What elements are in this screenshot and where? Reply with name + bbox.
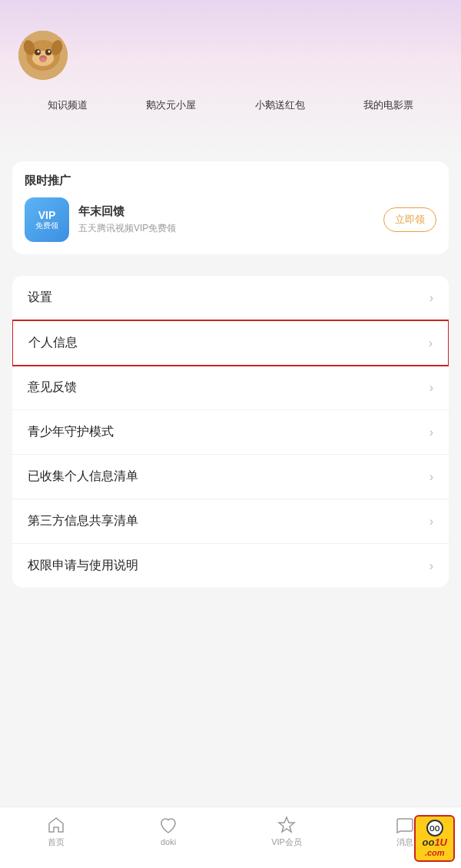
vip-badge-text: VIP bbox=[38, 209, 56, 222]
promo-claim-button[interactable]: 立即领 bbox=[383, 207, 436, 232]
chevron-right-icon: › bbox=[429, 559, 433, 573]
tab-home-label: 首页 bbox=[48, 837, 65, 848]
nav-item-redpacket[interactable]: 小鹅送红包 bbox=[255, 98, 305, 112]
quick-nav: 知识频道 鹅次元小屋 小鹅送红包 我的电影票 bbox=[18, 98, 443, 112]
menu-item-settings[interactable]: 设置 › bbox=[12, 276, 449, 320]
svg-point-5 bbox=[38, 51, 40, 53]
tab-vip-label: VIP会员 bbox=[271, 837, 302, 848]
tab-message[interactable]: 消息 bbox=[396, 816, 414, 848]
chevron-right-icon: › bbox=[429, 381, 433, 395]
user-avatar[interactable] bbox=[18, 31, 68, 80]
chevron-right-icon: › bbox=[429, 336, 433, 350]
tab-doki-label: doki bbox=[161, 837, 176, 846]
chevron-right-icon: › bbox=[429, 291, 433, 305]
promo-desc: 五天腾讯视频VIP免费领 bbox=[78, 222, 374, 235]
tab-message-label: 消息 bbox=[396, 837, 413, 848]
chevron-right-icon: › bbox=[429, 426, 433, 439]
tab-home[interactable]: 首页 bbox=[47, 816, 65, 848]
chevron-right-icon: › bbox=[429, 470, 433, 484]
svg-marker-12 bbox=[279, 817, 294, 832]
chevron-right-icon: › bbox=[429, 515, 433, 528]
tab-doki[interactable]: doki bbox=[159, 817, 177, 846]
vip-badge: VIP 免费领 bbox=[25, 197, 69, 242]
promo-name: 年末回馈 bbox=[78, 204, 374, 219]
nav-item-tickets[interactable]: 我的电影票 bbox=[363, 98, 413, 112]
promo-card: VIP 免费领 年末回馈 五天腾讯视频VIP免费领 立即领 bbox=[25, 197, 436, 242]
menu-section: 设置 › 个人信息 › 意见反馈 › 青少年守护模式 › 已收集个人信息清单 ›… bbox=[12, 276, 449, 588]
menu-item-permissions[interactable]: 权限申请与使用说明 › bbox=[12, 544, 449, 588]
menu-item-feedback[interactable]: 意见反馈 › bbox=[12, 366, 449, 410]
svg-point-8 bbox=[40, 58, 46, 62]
nav-item-metaverse[interactable]: 鹅次元小屋 bbox=[146, 98, 196, 112]
menu-item-youth-mode[interactable]: 青少年守护模式 › bbox=[12, 410, 449, 455]
svg-marker-11 bbox=[49, 818, 63, 832]
promo-title: 限时推广 bbox=[25, 174, 436, 188]
promo-info: 年末回馈 五天腾讯视频VIP免费领 bbox=[78, 204, 374, 235]
menu-item-third-party[interactable]: 第三方信息共享清单 › bbox=[12, 499, 449, 544]
vip-badge-subtext: 免费领 bbox=[35, 221, 58, 230]
promo-section: 限时推广 VIP 免费领 年末回馈 五天腾讯视频VIP免费领 立即领 bbox=[12, 161, 449, 254]
svg-point-6 bbox=[48, 51, 51, 53]
tab-vip[interactable]: VIP会员 bbox=[271, 816, 302, 848]
menu-item-collected-info[interactable]: 已收集个人信息清单 › bbox=[12, 455, 449, 499]
nav-item-knowledge[interactable]: 知识频道 bbox=[48, 98, 88, 112]
menu-item-personal-info[interactable]: 个人信息 › bbox=[12, 320, 449, 366]
bottom-navigation: 首页 doki VIP会员 消息 bbox=[0, 807, 461, 868]
